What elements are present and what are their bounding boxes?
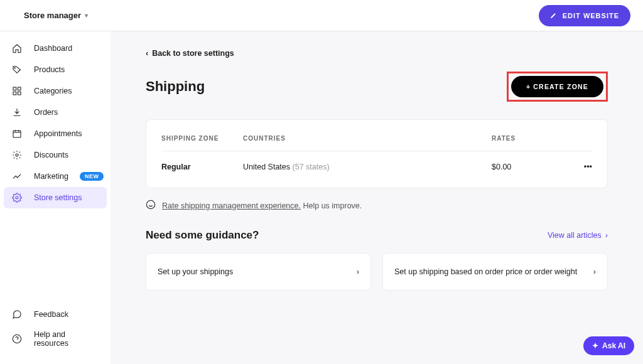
sidebar-item-help[interactable]: Help and resources [4,325,107,353]
sidebar-item-orders[interactable]: Orders [4,102,107,123]
sidebar-item-label: Categories [34,87,72,95]
chevron-left-icon: ‹ [146,49,148,58]
sidebar-item-label: Help and resources [34,330,99,348]
sidebar-item-label: Store settings [34,193,82,202]
chart-icon [11,171,23,182]
svg-point-9 [146,200,154,208]
store-manager-switcher[interactable]: Store manager ▾ [24,11,88,20]
svg-point-8 [13,335,21,343]
back-link[interactable]: ‹ Back to store settings [146,49,608,58]
gear-icon [11,149,23,161]
pencil-icon [550,11,558,20]
chat-icon [11,309,23,320]
new-badge: NEW [80,172,104,181]
country-count: (57 states) [293,163,330,171]
svg-point-6 [16,154,18,156]
column-header-countries: COUNTRIES [243,135,492,142]
page-title: Shipping [146,78,205,95]
guidance-title: Need some guidance? [146,229,259,242]
guide-card-label: Set up shipping based on order price or … [394,267,577,276]
create-zone-button[interactable]: + CREATE ZONE [511,76,603,97]
sidebar-item-label: Products [34,65,65,74]
chevron-right-icon: › [605,231,608,240]
create-zone-highlight: + CREATE ZONE [507,72,608,102]
smile-icon [146,200,156,211]
view-all-label: View all articles [548,231,602,240]
svg-rect-1 [13,87,16,90]
chevron-right-icon: › [593,267,596,276]
zone-country: United States (57 states) [243,163,492,171]
rate-experience-link[interactable]: Rate shipping management experience. [162,201,301,210]
svg-rect-4 [18,92,21,95]
svg-point-0 [14,68,15,68]
sidebar-item-label: Feedback [34,310,68,319]
sparkle-icon: ✦ [592,341,598,350]
download-icon [11,107,23,118]
edit-website-label: EDIT WEBSITE [563,12,619,19]
column-header-rates: RATES [492,135,567,142]
question-icon [11,333,23,345]
table-header: SHIPPING ZONE COUNTRIES RATES [161,135,592,151]
svg-rect-3 [13,92,16,95]
sidebar-item-label: Discounts [34,151,68,159]
sidebar-item-label: Dashboard [34,44,72,53]
sidebar-item-label: Orders [34,108,58,117]
calendar-icon [11,128,23,139]
sidebar-item-marketing[interactable]: Marketing NEW [4,166,107,187]
guide-card-setup-shipping[interactable]: Set up your shippings › [146,253,371,291]
sidebar-item-products[interactable]: Products [4,59,107,80]
guide-card-price-weight-shipping[interactable]: Set up shipping based on order price or … [382,253,608,291]
svg-point-7 [16,196,18,199]
svg-rect-5 [13,131,21,137]
sidebar-item-appointments[interactable]: Appointments [4,123,107,144]
svg-rect-2 [18,87,21,90]
grid-icon [11,85,23,97]
ask-ai-label: Ask AI [602,341,625,350]
sidebar-item-categories[interactable]: Categories [4,80,107,102]
sidebar-item-dashboard[interactable]: Dashboard [4,38,107,59]
ask-ai-button[interactable]: ✦ Ask AI [583,336,634,355]
sidebar-item-feedback[interactable]: Feedback [4,304,107,325]
zone-name: Regular [161,163,243,171]
chevron-right-icon: › [357,267,359,276]
sidebar-item-label: Appointments [34,129,82,138]
sidebar-item-label: Marketing [34,172,68,181]
view-all-articles-link[interactable]: View all articles › [548,231,608,240]
sliders-icon [11,192,23,203]
back-link-label: Back to store settings [152,49,234,58]
row-actions-button[interactable]: ••• [567,163,592,171]
sidebar: Dashboard Products Categories Orders App… [0,31,111,364]
feedback-prompt: Rate shipping management experience. Hel… [146,200,608,211]
feedback-tail: Help us improve. [303,201,362,210]
chevron-down-icon: ▾ [85,12,88,19]
edit-website-button[interactable]: EDIT WEBSITE [539,5,630,26]
guide-card-label: Set up your shippings [158,267,233,276]
zone-rate: $0.00 [492,163,567,171]
tag-icon [11,64,23,75]
home-icon [11,43,23,54]
table-row[interactable]: Regular United States (57 states) $0.00 … [161,151,592,171]
store-switcher-label: Store manager [24,11,81,20]
main-content: ‹ Back to store settings Shipping + CREA… [111,31,643,364]
column-header-zone: SHIPPING ZONE [161,135,243,142]
sidebar-item-discounts[interactable]: Discounts [4,144,107,166]
shipping-zones-card: SHIPPING ZONE COUNTRIES RATES Regular Un… [146,119,608,188]
country-name: United States [243,163,290,171]
sidebar-item-store-settings[interactable]: Store settings [4,187,107,208]
